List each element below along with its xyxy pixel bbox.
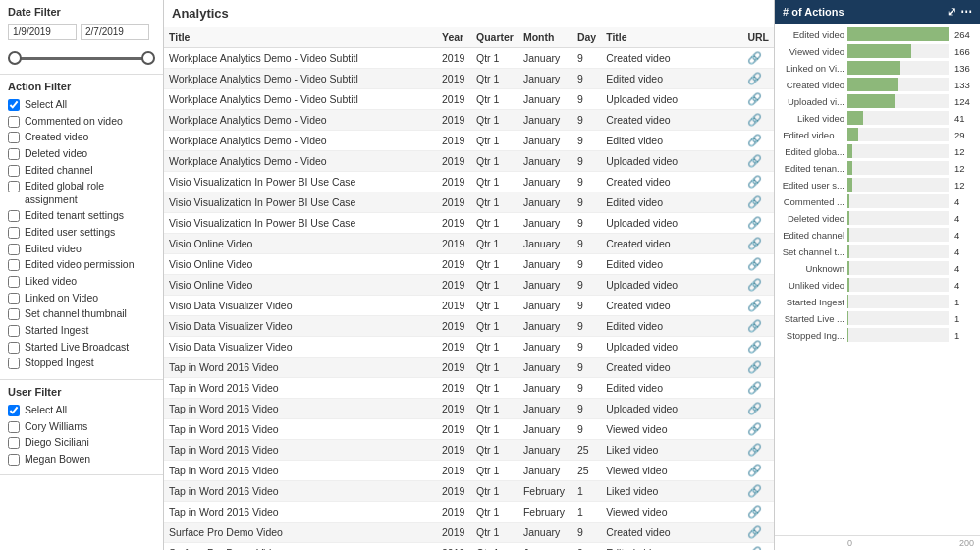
link-icon[interactable]: 🔗 [747,257,762,271]
action-checkbox[interactable] [8,259,20,271]
link-icon[interactable]: 🔗 [747,422,762,436]
action-checkbox[interactable] [8,293,20,304]
table-row[interactable]: Workplace Analytics Demo - Video2019Qtr … [164,131,774,151]
action-filter-item[interactable]: Edited channel [8,164,155,178]
table-row[interactable]: Tap in Word 2016 Video2019Qtr 1February1… [164,502,774,522]
table-row[interactable]: Visio Data Visualizer Video2019Qtr 1Janu… [164,337,774,358]
action-filter-item[interactable]: Commented on video [8,115,155,129]
table-row[interactable]: Workplace Analytics Demo - Video2019Qtr … [164,151,774,172]
action-filter-item[interactable]: Created video [8,131,155,144]
action-filter-item[interactable]: Stopped Ingest [8,357,155,370]
action-checkbox[interactable] [8,210,20,222]
action-checkbox[interactable] [8,276,20,288]
link-icon[interactable]: 🔗 [747,381,762,395]
link-icon[interactable]: 🔗 [747,299,762,312]
slider-thumb-left[interactable] [8,51,22,65]
action-checkbox[interactable] [8,342,20,354]
expand-icon[interactable]: ⤢ [947,5,956,19]
link-icon[interactable]: 🔗 [747,340,762,354]
slider-thumb-right[interactable] [141,51,155,65]
action-filter-item[interactable]: Edited video permission [8,258,155,272]
table-row[interactable]: Visio Visualization In Power BI Use Case… [164,213,774,234]
user-checkbox[interactable] [8,437,20,449]
table-row[interactable]: Visio Online Video2019Qtr 1January9Creat… [164,234,774,254]
date-slider[interactable] [8,48,155,68]
more-icon[interactable]: ⋯ [960,5,972,19]
table-row[interactable]: Surface Pro Demo Video2019Qtr 1January9C… [164,522,774,543]
link-icon[interactable]: 🔗 [747,175,762,189]
col-header-day[interactable]: Day [572,28,601,48]
start-date-input[interactable] [8,24,77,40]
action-checkbox[interactable] [8,99,20,111]
link-icon[interactable]: 🔗 [747,92,762,106]
link-icon[interactable]: 🔗 [747,278,762,292]
link-icon[interactable]: 🔗 [747,402,762,415]
table-row[interactable]: Tap in Word 2016 Video2019Qtr 1January9U… [164,399,774,419]
table-row[interactable]: Workplace Analytics Demo - Video Subtitl… [164,89,774,110]
action-checkbox[interactable] [8,244,20,255]
action-filter-item[interactable]: Started Live Broadcast [8,341,155,355]
action-filter-item[interactable]: Started Ingest [8,324,155,338]
action-checkbox[interactable] [8,181,20,192]
user-checkbox[interactable] [8,405,20,416]
table-row[interactable]: Tap in Word 2016 Video2019Qtr 1January25… [164,440,774,461]
user-checkbox[interactable] [8,454,20,466]
table-row[interactable]: Visio Online Video2019Qtr 1January9Edite… [164,254,774,275]
link-icon[interactable]: 🔗 [747,134,762,147]
action-checkbox[interactable] [8,325,20,337]
table-row[interactable]: Tap in Word 2016 Video2019Qtr 1January9C… [164,358,774,378]
action-filter-item[interactable]: Set channel thumbnail [8,307,155,321]
user-filter-item[interactable]: Megan Bowen [8,453,155,467]
link-icon[interactable]: 🔗 [747,360,762,374]
action-filter-item[interactable]: Edited user settings [8,226,155,240]
action-checkbox[interactable] [8,358,20,369]
action-filter-item[interactable]: Edited global role assignment [8,180,155,206]
link-icon[interactable]: 🔗 [747,484,762,498]
action-filter-item[interactable]: Liked video [8,275,155,289]
link-icon[interactable]: 🔗 [747,443,762,457]
action-filter-item[interactable]: Edited video [8,243,155,256]
link-icon[interactable]: 🔗 [747,546,762,550]
table-row[interactable]: Tap in Word 2016 Video2019Qtr 1January25… [164,461,774,481]
table-row[interactable]: Visio Visualization In Power BI Use Case… [164,172,774,192]
table-row[interactable]: Workplace Analytics Demo - Video Subtitl… [164,48,774,69]
table-row[interactable]: Tap in Word 2016 Video2019Qtr 1January9V… [164,419,774,440]
table-row[interactable]: Tap in Word 2016 Video2019Qtr 1January9E… [164,378,774,399]
col-header-title1[interactable]: Title [164,28,437,48]
action-filter-item[interactable]: Deleted video [8,147,155,161]
action-filter-item[interactable]: Edited tenant settings [8,209,155,223]
end-date-input[interactable] [81,24,149,40]
link-icon[interactable]: 🔗 [747,72,762,85]
table-container[interactable]: Title Year Quarter Month Day Title URL W… [164,28,774,550]
action-checkbox[interactable] [8,165,20,177]
user-filter-item[interactable]: Select All [8,404,155,417]
action-checkbox[interactable] [8,116,20,128]
col-header-month[interactable]: Month [518,28,572,48]
table-row[interactable]: Visio Online Video2019Qtr 1January9Uploa… [164,275,774,296]
col-header-year[interactable]: Year [437,28,471,48]
table-row[interactable]: Visio Data Visualizer Video2019Qtr 1Janu… [164,296,774,316]
link-icon[interactable]: 🔗 [747,464,762,477]
col-header-url[interactable]: URL [742,28,774,48]
action-checkbox[interactable] [8,148,20,160]
link-icon[interactable]: 🔗 [747,216,762,230]
link-icon[interactable]: 🔗 [747,51,762,65]
table-row[interactable]: Visio Visualization In Power BI Use Case… [164,192,774,213]
user-checkbox[interactable] [8,421,20,433]
table-row[interactable]: Workplace Analytics Demo - Video Subtitl… [164,69,774,89]
table-row[interactable]: Workplace Analytics Demo - Video2019Qtr … [164,110,774,131]
action-filter-item[interactable]: Select All [8,98,155,112]
col-header-quarter[interactable]: Quarter [471,28,518,48]
action-filter-item[interactable]: Linked on Video [8,292,155,305]
col-header-title2[interactable]: Title [601,28,742,48]
link-icon[interactable]: 🔗 [747,319,762,333]
action-checkbox[interactable] [8,308,20,320]
table-row[interactable]: Visio Data Visualizer Video2019Qtr 1Janu… [164,316,774,337]
user-filter-item[interactable]: Diego Siciliani [8,436,155,450]
link-icon[interactable]: 🔗 [747,237,762,250]
link-icon[interactable]: 🔗 [747,154,762,168]
action-checkbox[interactable] [8,227,20,239]
action-checkbox[interactable] [8,132,20,143]
link-icon[interactable]: 🔗 [747,195,762,209]
link-icon[interactable]: 🔗 [747,525,762,539]
